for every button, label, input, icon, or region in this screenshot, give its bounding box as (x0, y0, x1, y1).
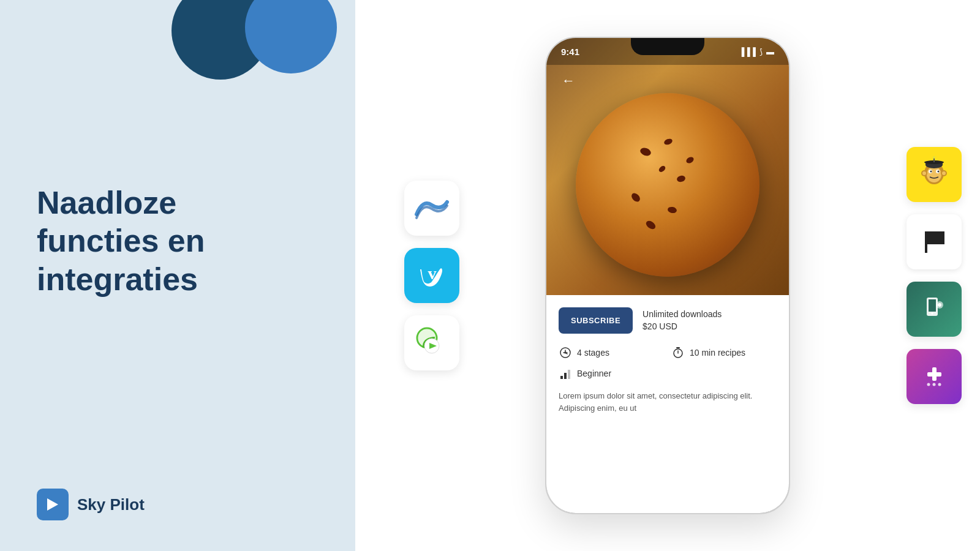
skypilot-logo-icon (43, 495, 62, 514)
svg-point-20 (922, 171, 926, 175)
heading-text: Naadloze functies en integraties (37, 184, 318, 298)
logo-icon (37, 489, 69, 520)
battery-icon: ▬ (766, 47, 774, 56)
stages-label: 4 stages (577, 348, 609, 358)
svg-rect-30 (929, 299, 936, 312)
level-label: Beginner (577, 369, 611, 378)
phone-notch (631, 38, 704, 55)
integration-left-column: v (404, 181, 459, 370)
svg-marker-0 (47, 498, 58, 511)
phone-content: SUBSCRIBE Unlimited downloads $20 USD 4 … (546, 295, 789, 513)
body-text: Lorem ipsum dolor sit amet, consectetur … (559, 390, 777, 414)
phone-mockup: 9:41 ▐▐▐ ⟆ ▬ ← (545, 37, 790, 514)
decorative-circles (172, 0, 337, 80)
wistia-logo (413, 196, 450, 220)
svg-marker-28 (925, 231, 944, 253)
logo-area: Sky Pilot (37, 489, 318, 520)
meta-grid: 4 stages 10 min recipes Beginner (559, 346, 777, 380)
price-line1: Unlimited downloads (643, 309, 722, 321)
recipes-label: 10 min recipes (690, 348, 745, 358)
plus-logo (918, 360, 951, 394)
svg-rect-11 (564, 373, 567, 379)
hero-image (546, 38, 789, 295)
integration-icon-sprout[interactable] (404, 315, 459, 370)
svg-point-37 (932, 383, 935, 386)
price-line2: $20 USD (643, 321, 722, 333)
sprout-logo (413, 324, 450, 361)
pizza-visual (576, 93, 760, 277)
integration-right-column (907, 147, 962, 404)
stages-meta: 4 stages (559, 346, 664, 359)
recipes-meta: 10 min recipes (671, 346, 777, 359)
wifi-icon: ⟆ (760, 47, 763, 56)
svg-point-31 (931, 312, 933, 314)
back-button[interactable]: ← (559, 71, 578, 91)
subscribe-button[interactable]: SUBSCRIBE (559, 307, 633, 334)
svg-point-33 (938, 303, 941, 307)
kajabi-logo (918, 228, 951, 256)
subscribe-row: SUBSCRIBE Unlimited downloads $20 USD (559, 307, 777, 334)
logo-text: Sky Pilot (77, 495, 145, 514)
mailchimp-logo (916, 156, 952, 193)
integration-icon-vimeo[interactable]: v (404, 248, 459, 303)
svg-point-27 (933, 156, 935, 159)
svg-text:v: v (428, 263, 436, 282)
svg-rect-35 (927, 372, 941, 377)
timer-icon (671, 346, 685, 359)
svg-point-36 (927, 383, 930, 386)
svg-rect-10 (560, 376, 563, 379)
integration-icon-kajabi[interactable] (907, 214, 962, 269)
svg-point-14 (927, 167, 941, 182)
heading: Naadloze functies en integraties (37, 184, 318, 298)
right-panel: v 9:41 ▐▐▐ ⟆ ▬ (355, 0, 980, 551)
integration-icon-plus[interactable] (907, 349, 962, 404)
svg-rect-9 (676, 347, 680, 348)
integration-icon-mailchimp[interactable] (907, 147, 962, 202)
svg-point-17 (930, 171, 932, 173)
level-icon (559, 367, 572, 380)
svg-point-18 (938, 171, 940, 173)
stages-icon (559, 346, 572, 359)
pages-logo (918, 293, 951, 326)
integration-icon-wistia[interactable] (404, 181, 459, 236)
level-meta: Beginner (559, 367, 664, 380)
svg-point-7 (564, 351, 567, 354)
integration-icon-pages[interactable] (907, 282, 962, 337)
signal-icon: ▐▐▐ (739, 47, 756, 56)
svg-rect-12 (568, 370, 570, 379)
svg-point-22 (942, 171, 946, 175)
svg-point-38 (938, 383, 941, 386)
left-panel: Naadloze functies en integraties Sky Pil… (0, 0, 355, 551)
price-info: Unlimited downloads $20 USD (643, 309, 722, 332)
status-time: 9:41 (561, 47, 579, 57)
vimeo-logo: v (415, 262, 449, 290)
status-icons: ▐▐▐ ⟆ ▬ (739, 47, 774, 56)
circle-light (245, 0, 337, 73)
